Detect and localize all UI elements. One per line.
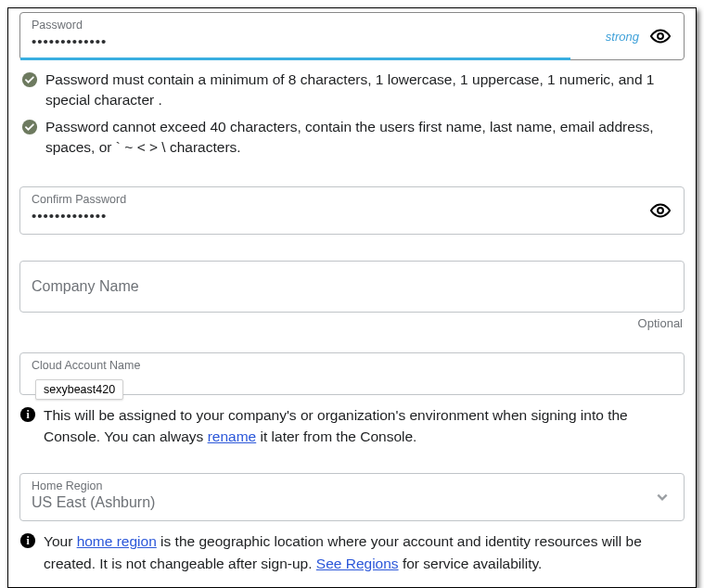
company-field[interactable] — [19, 261, 685, 313]
home-region-label: Home Region — [32, 479, 672, 492]
home-region-value: US East (Ashburn) — [32, 494, 672, 511]
rule-text: Password must contain a minimum of 8 cha… — [45, 70, 683, 111]
cloud-account-field[interactable]: Cloud Account Name sexybeast420 — [19, 352, 685, 395]
rule-item: Password cannot exceed 40 characters, co… — [21, 117, 683, 159]
eye-icon[interactable] — [650, 200, 671, 221]
info-icon: i — [19, 406, 36, 423]
rename-link[interactable]: rename — [208, 428, 257, 444]
home-region-link[interactable]: home region — [77, 533, 157, 549]
info-icon: i — [19, 532, 36, 549]
see-regions-link[interactable]: See Regions — [316, 556, 399, 571]
autofill-suggestion[interactable]: sexybeast420 — [35, 379, 123, 400]
svg-point-0 — [658, 33, 663, 39]
check-icon — [21, 71, 38, 88]
company-optional-label: Optional — [19, 316, 683, 330]
password-strength: strong — [606, 30, 639, 44]
helper-text: it later from the Console. — [256, 428, 416, 444]
password-field[interactable]: Password strong — [19, 12, 685, 60]
password-focus-underline — [20, 58, 570, 60]
password-rules: Password must contain a minimum of 8 cha… — [21, 70, 683, 159]
confirm-password-field[interactable]: Confirm Password — [19, 186, 685, 235]
home-region-helper: i Your home region is the geographic loc… — [19, 530, 685, 574]
rule-item: Password must contain a minimum of 8 cha… — [21, 70, 683, 111]
helper-text: Your — [44, 533, 77, 549]
check-icon — [21, 119, 38, 135]
svg-point-3 — [658, 208, 663, 213]
company-input[interactable] — [32, 278, 672, 295]
password-label: Password — [32, 19, 672, 32]
chevron-down-icon[interactable] — [656, 491, 669, 504]
helper-text: for service availability. — [399, 556, 543, 571]
confirm-password-input[interactable] — [32, 208, 672, 224]
cloud-account-label: Cloud Account Name — [32, 359, 672, 372]
confirm-password-label: Confirm Password — [32, 193, 672, 206]
cloud-account-helper: i This will be assigned to your company'… — [19, 404, 685, 448]
eye-icon[interactable] — [650, 26, 671, 46]
rule-text: Password cannot exceed 40 characters, co… — [45, 117, 683, 159]
home-region-select[interactable]: Home Region US East (Ashburn) — [19, 473, 685, 521]
password-input[interactable] — [32, 33, 672, 49]
